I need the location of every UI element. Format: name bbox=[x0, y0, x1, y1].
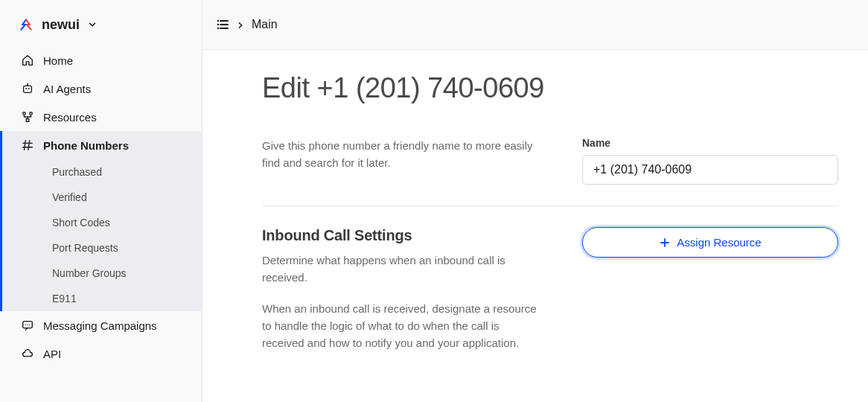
sidebar-item-home[interactable]: Home bbox=[0, 46, 202, 74]
inbound-section: Inbound Call Settings Determine what hap… bbox=[262, 227, 838, 372]
main-content: Main Edit +1 (201) 740-0609 Give this ph… bbox=[202, 0, 868, 402]
sidebar-item-ai-agents[interactable]: AI Agents bbox=[0, 74, 202, 103]
svg-point-11 bbox=[29, 324, 30, 325]
sidebar-item-label: AI Agents bbox=[43, 83, 91, 95]
svg-point-5 bbox=[23, 112, 26, 115]
sidebar-item-api[interactable]: API bbox=[0, 339, 202, 368]
chevron-right-icon bbox=[237, 17, 244, 33]
hash-icon bbox=[21, 138, 34, 152]
signalwire-logo-icon bbox=[16, 16, 36, 33]
sidebar-subitem-purchased[interactable]: Purchased bbox=[0, 159, 202, 185]
sidebar: newui Home AI Agents bbox=[0, 0, 202, 402]
inbound-desc-2: When an inbound call is received, design… bbox=[262, 300, 537, 352]
svg-point-16 bbox=[217, 28, 219, 29]
sidebar-subitem-e911[interactable]: E911 bbox=[0, 286, 202, 311]
home-icon bbox=[21, 54, 34, 67]
sidebar-subitem-verified[interactable]: Verified bbox=[0, 185, 202, 210]
chevron-down-icon bbox=[87, 19, 98, 30]
svg-point-9 bbox=[25, 324, 26, 325]
svg-point-4 bbox=[27, 83, 28, 85]
flow-icon bbox=[21, 110, 34, 124]
content: Edit +1 (201) 740-0609 Give this phone n… bbox=[202, 50, 868, 402]
sidebar-item-label: Messaging Campaigns bbox=[43, 319, 157, 332]
svg-point-6 bbox=[30, 112, 33, 115]
robot-icon bbox=[21, 82, 34, 95]
name-section: Give this phone number a friendly name t… bbox=[262, 137, 838, 206]
topbar: Main bbox=[202, 0, 868, 50]
svg-point-12 bbox=[217, 20, 219, 22]
name-input[interactable] bbox=[582, 155, 838, 185]
workspace-switcher[interactable]: newui bbox=[0, 0, 202, 46]
name-description: Give this phone number a friendly name t… bbox=[262, 137, 537, 172]
sidebar-subitem-port-requests[interactable]: Port Requests bbox=[0, 235, 202, 261]
sidebar-item-label: Resources bbox=[43, 111, 97, 124]
sidebar-item-label: Home bbox=[43, 54, 73, 67]
sidebar-subitem-short-codes[interactable]: Short Codes bbox=[0, 210, 202, 235]
cloud-icon bbox=[21, 347, 34, 360]
sidebar-subitem-number-groups[interactable]: Number Groups bbox=[0, 261, 202, 286]
message-icon bbox=[21, 319, 34, 332]
sidebar-item-label: API bbox=[43, 348, 61, 360]
svg-point-2 bbox=[28, 88, 30, 89]
name-label: Name bbox=[582, 137, 838, 149]
list-icon[interactable] bbox=[216, 18, 229, 31]
breadcrumb-main[interactable]: Main bbox=[252, 18, 278, 31]
plus-icon bbox=[659, 237, 671, 249]
inbound-desc-1: Determine what happens when an inbound c… bbox=[262, 252, 537, 287]
sidebar-item-resources[interactable]: Resources bbox=[0, 103, 202, 131]
svg-point-1 bbox=[25, 88, 27, 89]
svg-rect-0 bbox=[24, 86, 32, 92]
inbound-title: Inbound Call Settings bbox=[262, 227, 537, 244]
phone-numbers-submenu: Purchased Verified Short Codes Port Requ… bbox=[0, 159, 202, 311]
sidebar-item-phone-numbers[interactable]: Phone Numbers bbox=[0, 131, 202, 159]
assign-resource-label: Assign Resource bbox=[677, 236, 761, 249]
svg-point-10 bbox=[27, 324, 28, 325]
page-title: Edit +1 (201) 740-0609 bbox=[262, 72, 838, 104]
sidebar-item-messaging-campaigns[interactable]: Messaging Campaigns bbox=[0, 311, 202, 339]
workspace-name: newui bbox=[42, 17, 80, 33]
sidebar-item-label: Phone Numbers bbox=[43, 139, 129, 152]
assign-resource-button[interactable]: Assign Resource bbox=[582, 227, 838, 258]
svg-rect-7 bbox=[26, 119, 29, 122]
svg-point-14 bbox=[217, 24, 219, 25]
nav-list: Home AI Agents Resources Phone Numbers bbox=[0, 46, 202, 368]
